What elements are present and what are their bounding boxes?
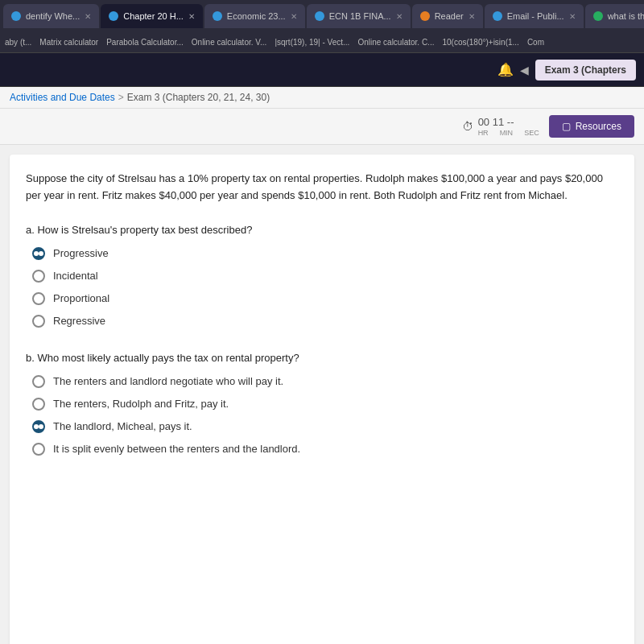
tab-icon-economic23 [213, 11, 222, 21]
sub-b-option-landlord[interactable]: The landlord, Micheal, pays it. [32, 420, 618, 433]
back-arrow-icon[interactable]: ◀ [520, 64, 529, 76]
bookmark-com[interactable]: Com [527, 38, 544, 47]
timer-display: ⏱ 00 11 -- HR MIN SEC [462, 116, 539, 137]
breadcrumb-activities-link[interactable]: Activities and Due Dates [10, 92, 115, 103]
question-intro: Suppose the city of Strelsau has a 10% p… [26, 171, 618, 204]
tab-ecn1b[interactable]: ECN 1B FINA... ✕ [307, 4, 411, 28]
tab-chapter20[interactable]: Chapter 20 H... ✕ [101, 4, 203, 28]
tab-icon-email [493, 11, 502, 21]
bookmark-aby[interactable]: aby (t... [5, 38, 31, 47]
radio-proportional[interactable] [32, 292, 45, 305]
tab-label-reader: Reader [435, 11, 464, 21]
tab-label-chapter20: Chapter 20 H... [123, 11, 184, 21]
option-label-regressive: Regressive [53, 315, 105, 327]
tab-identify[interactable]: dentify Whe... ✕ [3, 4, 99, 28]
option-label-split: It is split evenly between the renters a… [53, 443, 300, 455]
bookmark-online-calc-c[interactable]: Online calculator. C... [357, 38, 434, 47]
resources-button[interactable]: ▢ Resources [549, 115, 634, 138]
bell-icon[interactable]: 🔔 [497, 62, 514, 77]
timer-label-hr: HR [478, 129, 489, 137]
bookmark-online-calc-v[interactable]: Online calculator. V... [192, 38, 267, 47]
question-area: Suppose the city of Strelsau has a 10% p… [10, 155, 634, 644]
tab-label-economic23: Economic 23... [227, 11, 286, 21]
resources-icon: ▢ [562, 121, 571, 132]
tab-label-ecn1b: ECN 1B FINA... [329, 11, 391, 21]
sub-b-options: The renters and landlord negotiate who w… [26, 375, 618, 456]
breadcrumb-separator: > [118, 92, 124, 103]
breadcrumb: Activities and Due Dates > Exam 3 (Chapt… [0, 87, 644, 109]
option-label-negotiate: The renters and landlord negotiate who w… [53, 375, 283, 387]
browser-tabs: dentify Whe... ✕ Chapter 20 H... ✕ Econo… [0, 0, 644, 32]
radio-incidental[interactable] [32, 270, 45, 283]
radio-split[interactable] [32, 443, 45, 456]
tab-label-email: Email - Publi... [507, 11, 564, 21]
radio-progressive[interactable] [32, 247, 45, 260]
timer-label-sec: SEC [524, 129, 539, 137]
tab-label-identify: dentify Whe... [26, 11, 80, 21]
exam-nav-button[interactable]: Exam 3 (Chapters [535, 60, 636, 80]
tab-close-identify[interactable]: ✕ [85, 12, 91, 21]
bookmark-parabola[interactable]: Parabola Calculator... [106, 38, 184, 47]
tab-economic23[interactable]: Economic 23... ✕ [204, 4, 305, 28]
bookmark-sqrt[interactable]: |sqrt(19), 19| - Vect... [275, 38, 349, 47]
bookmark-matrix[interactable]: Matrix calculator [39, 38, 98, 47]
option-label-incidental: Incidental [53, 270, 98, 282]
timer-sep2: -- [507, 116, 514, 128]
radio-regressive[interactable] [32, 315, 45, 328]
timer-label-min: MIN [500, 129, 514, 137]
radio-landlord[interactable] [32, 420, 45, 433]
tab-close-economic23[interactable]: ✕ [291, 12, 297, 21]
tab-icon-ecn1b [315, 11, 324, 21]
option-label-landlord: The landlord, Micheal, pays it. [53, 420, 192, 432]
bookmarks-bar: aby (t... Matrix calculator Parabola Cal… [0, 32, 644, 53]
breadcrumb-current: Exam 3 (Chapters 20, 21, 24, 30) [127, 92, 270, 103]
sub-a-label: a. How is Strelsau's property tax best d… [26, 224, 618, 236]
timer-hours: 00 [478, 116, 489, 128]
tab-close-ecn1b[interactable]: ✕ [396, 12, 402, 21]
tab-icon-identify [11, 11, 21, 21]
app-nav: 🔔 ◀ Exam 3 (Chapters [0, 53, 644, 87]
tab-reader[interactable]: Reader ✕ [412, 4, 483, 28]
sub-b-option-split[interactable]: It is split evenly between the renters a… [32, 443, 618, 456]
radio-negotiate[interactable] [32, 375, 45, 388]
clock-icon: ⏱ [462, 120, 473, 133]
timer-minutes: 11 [493, 116, 504, 128]
tab-close-reader[interactable]: ✕ [469, 12, 475, 21]
timer-bar: ⏱ 00 11 -- HR MIN SEC ▢ Resources [0, 109, 644, 145]
option-label-proportional: Proportional [53, 292, 109, 304]
tab-whatisthec[interactable]: what is the c... ✕ [585, 4, 644, 28]
option-label-renters: The renters, Rudolph and Fritz, pay it. [53, 398, 229, 410]
tab-icon-whatisthec [593, 11, 603, 21]
option-label-progressive: Progressive [53, 247, 109, 259]
sub-question-b: b. Who most likely actually pays the tax… [26, 352, 618, 456]
sub-a-option-progressive[interactable]: Progressive [32, 247, 618, 260]
sub-question-a: a. How is Strelsau's property tax best d… [26, 224, 618, 328]
sub-a-option-incidental[interactable]: Incidental [32, 270, 618, 283]
tab-email[interactable]: Email - Publi... ✕ [485, 4, 584, 28]
sub-a-option-proportional[interactable]: Proportional [32, 292, 618, 305]
tab-icon-reader [420, 11, 430, 21]
sub-a-options: Progressive Incidental Proportional Regr… [26, 247, 618, 328]
timer-digits-group: 00 11 -- HR MIN SEC [478, 116, 539, 137]
bookmark-cos[interactable]: 10(cos(180°)+isin(1... [442, 38, 518, 47]
tab-icon-chapter20 [109, 11, 118, 21]
radio-renters[interactable] [32, 398, 45, 411]
sub-b-option-negotiate[interactable]: The renters and landlord negotiate who w… [32, 375, 618, 388]
tab-close-email[interactable]: ✕ [569, 12, 576, 21]
sub-b-label: b. Who most likely actually pays the tax… [26, 352, 618, 364]
tab-label-whatisthec: what is the c... [608, 11, 644, 21]
sub-b-option-renters[interactable]: The renters, Rudolph and Fritz, pay it. [32, 398, 618, 411]
tab-close-chapter20[interactable]: ✕ [188, 12, 195, 21]
sub-a-option-regressive[interactable]: Regressive [32, 315, 618, 328]
resources-label: Resources [576, 121, 621, 132]
